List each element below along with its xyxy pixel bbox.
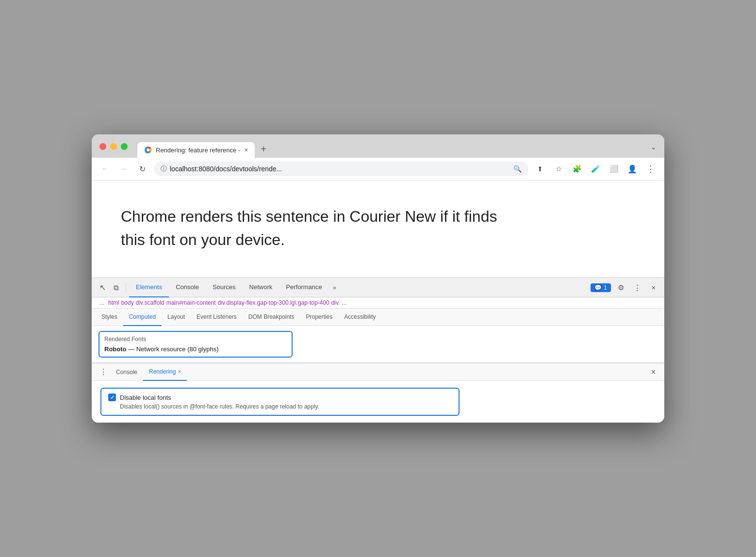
breadcrumb-main[interactable]: main#main-content [166, 299, 216, 306]
drawer-dots[interactable]: ⋮ [97, 367, 110, 377]
page-content: Chrome renders this sentence in Courier … [92, 180, 664, 278]
url-text: localhost:8080/docs/devtools/rende... [170, 165, 510, 173]
tab-close-button[interactable]: × [244, 146, 248, 154]
breadcrumb-div[interactable]: div. [331, 299, 340, 306]
inspector-tab-properties[interactable]: Properties [300, 309, 339, 326]
inspector-tab-layout[interactable]: Layout [162, 309, 191, 326]
inspector-tab-event-listeners[interactable]: Event Listeners [191, 309, 243, 326]
rendered-fonts-highlight: Rendered Fonts Roboto — Network resource… [99, 331, 293, 358]
bookmark-icon[interactable]: ☆ [552, 162, 565, 176]
forward-button[interactable]: → [117, 162, 131, 176]
more-menu-icon[interactable]: ⋮ [644, 162, 657, 176]
security-icon: ⓘ [161, 164, 167, 173]
notification-count: 1 [604, 284, 607, 291]
drawer-tab-console[interactable]: Console [110, 363, 143, 381]
tab-sources[interactable]: Sources [206, 278, 243, 297]
drawer-tab-rendering[interactable]: Rendering × [143, 363, 187, 381]
minimize-button[interactable] [110, 143, 117, 150]
tab-extras: ⌄ [651, 143, 657, 155]
breadcrumb: ... html body div.scaffold main#main-con… [92, 297, 664, 309]
devtools-actions: 💬 1 ⚙ ⋮ × [591, 281, 660, 295]
tab-elements[interactable]: Elements [129, 278, 169, 297]
option-description: Disables local() sources in @font-face r… [120, 403, 452, 410]
address-input[interactable]: ⓘ localhost:8080/docs/devtools/rende... … [154, 162, 528, 176]
new-tab-button[interactable]: + [255, 140, 272, 158]
chat-icon: 💬 [594, 284, 602, 291]
rendered-fonts-panel: Rendered Fonts Roboto — Network resource… [92, 326, 664, 363]
inspector-tabs: Styles Computed Layout Event Listeners D… [92, 309, 664, 326]
inspector-tab-styles[interactable]: Styles [96, 309, 123, 326]
svg-point-1 [147, 148, 149, 151]
breadcrumb-body[interactable]: body [121, 299, 134, 306]
address-bar: ← → ↻ ⓘ localhost:8080/docs/devtools/ren… [92, 158, 664, 180]
notification-badge[interactable]: 💬 1 [591, 283, 611, 292]
rendered-fonts-entry: Roboto — Network resource (80 glyphs) [104, 345, 287, 353]
font-description: Network resource (80 glyphs) [136, 345, 219, 353]
devtools-panel: ↖ ⧉ Elements Console Sources Network Per… [92, 278, 664, 423]
rendering-option-highlight: ✓ Disable local fonts Disables local() s… [100, 388, 460, 416]
split-screen-icon[interactable]: ⬜ [607, 162, 621, 176]
inspector-tab-computed[interactable]: Computed [123, 309, 162, 326]
profile-icon[interactable]: 👤 [625, 162, 639, 176]
active-tab[interactable]: Rendering: feature reference - × [137, 142, 255, 158]
back-button[interactable]: ← [99, 162, 112, 176]
inspector-tab-accessibility[interactable]: Accessibility [338, 309, 381, 326]
breadcrumb-display[interactable]: div.display-flex.gap-top-300.lg\:gap-top… [218, 299, 329, 306]
drawer-tab-close-icon[interactable]: × [178, 368, 181, 375]
inspect-element-icon[interactable]: ↖ [96, 281, 109, 295]
close-button[interactable] [99, 143, 106, 150]
breadcrumb-html[interactable]: html [108, 299, 119, 306]
tab-network[interactable]: Network [243, 278, 279, 297]
extensions-icon[interactable]: 🧩 [570, 162, 584, 176]
chrome-favicon [144, 146, 152, 154]
toolbar-icons: ⬆ ☆ 🧩 🧪 ⬜ 👤 ⋮ [533, 162, 657, 176]
font-name: Roboto [104, 345, 126, 353]
devtools-close-icon[interactable]: × [647, 281, 660, 295]
tab-title: Rendering: feature reference - [156, 147, 240, 154]
device-toolbar-icon[interactable]: ⧉ [109, 281, 123, 295]
zoom-icon: 🔍 [513, 165, 522, 173]
tab-performance[interactable]: Performance [279, 278, 329, 297]
disable-local-fonts-checkbox[interactable]: ✓ [108, 393, 116, 401]
drawer-close-icon[interactable]: × [647, 368, 659, 377]
separator-1 [126, 283, 126, 293]
browser-tabs: Rendering: feature reference - × + [137, 140, 272, 158]
browser-window: Rendering: feature reference - × + ⌄ ← →… [92, 134, 664, 423]
breadcrumb-end-dots[interactable]: ... [340, 299, 348, 306]
traffic-lights [99, 143, 128, 150]
more-tabs-button[interactable]: » [329, 284, 340, 291]
share-icon[interactable]: ⬆ [533, 162, 547, 176]
title-bar: Rendering: feature reference - × + ⌄ [92, 134, 664, 158]
tab-console[interactable]: Console [169, 278, 206, 297]
devtools-extension-icon[interactable]: 🧪 [589, 162, 602, 176]
option-row: ✓ Disable local fonts [108, 393, 452, 401]
devtools-more-icon[interactable]: ⋮ [630, 281, 644, 295]
devtools-main-tabs: ↖ ⧉ Elements Console Sources Network Per… [92, 278, 664, 297]
rendering-panel: ✓ Disable local fonts Disables local() s… [92, 381, 664, 423]
bottom-drawer: ⋮ Console Rendering × × ✓ Disabl [92, 363, 664, 423]
reload-button[interactable]: ↻ [135, 162, 149, 176]
inspector-tab-dom-breakpoints[interactable]: DOM Breakpoints [243, 309, 300, 326]
chevron-down-icon[interactable]: ⌄ [651, 143, 657, 151]
option-label: Disable local fonts [120, 394, 171, 401]
breadcrumb-start-dots[interactable]: ... [98, 299, 106, 306]
page-text: Chrome renders this sentence in Courier … [121, 205, 509, 251]
drawer-tabs: ⋮ Console Rendering × × [92, 363, 664, 381]
settings-icon[interactable]: ⚙ [614, 281, 627, 295]
breadcrumb-scaffold[interactable]: div.scaffold [136, 299, 164, 306]
maximize-button[interactable] [121, 143, 128, 150]
rendered-fonts-title: Rendered Fonts [104, 336, 287, 343]
checkmark-icon: ✓ [110, 394, 115, 401]
font-separator: — [128, 345, 134, 353]
